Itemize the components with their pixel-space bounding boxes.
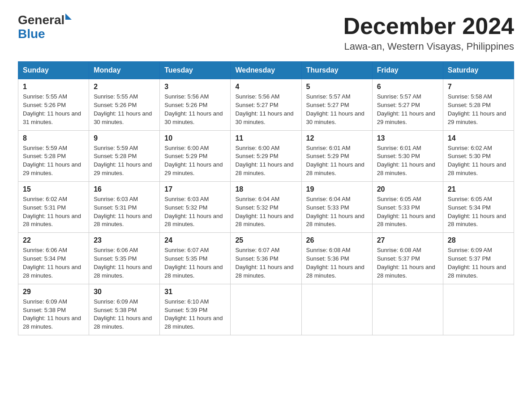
page-header: General Blue December 2024 Lawa-an, West… [18, 13, 514, 52]
day-info: Sunrise: 5:59 AMSunset: 5:28 PMDaylight:… [23, 144, 84, 178]
day-number: 14 [448, 134, 509, 142]
day-number: 2 [94, 83, 155, 91]
calendar-cell: 22Sunrise: 6:06 AMSunset: 5:34 PMDayligh… [18, 233, 89, 284]
day-number: 9 [94, 134, 155, 142]
logo-triangle-icon [65, 13, 72, 20]
calendar-cell: 1Sunrise: 5:55 AMSunset: 5:26 PMDaylight… [18, 79, 89, 130]
week-row-4: 22Sunrise: 6:06 AMSunset: 5:34 PMDayligh… [18, 233, 514, 284]
calendar-cell [372, 284, 443, 335]
column-header-tuesday: Tuesday [160, 62, 231, 79]
calendar-cell [443, 284, 514, 335]
day-number: 27 [377, 236, 438, 244]
calendar-cell: 2Sunrise: 5:55 AMSunset: 5:26 PMDaylight… [89, 79, 160, 130]
location-title: Lawa-an, Western Visayas, Philippines [343, 41, 514, 52]
column-header-wednesday: Wednesday [231, 62, 301, 79]
column-header-friday: Friday [372, 62, 443, 79]
calendar-cell: 30Sunrise: 6:09 AMSunset: 5:38 PMDayligh… [89, 284, 160, 335]
calendar-cell: 17Sunrise: 6:03 AMSunset: 5:32 PMDayligh… [160, 181, 231, 232]
day-number: 1 [23, 83, 84, 91]
week-row-3: 15Sunrise: 6:02 AMSunset: 5:31 PMDayligh… [18, 181, 514, 232]
day-number: 23 [94, 236, 155, 244]
day-number: 21 [448, 185, 509, 193]
column-header-sunday: Sunday [18, 62, 89, 79]
day-number: 31 [164, 288, 226, 296]
day-number: 29 [23, 288, 84, 296]
calendar-cell: 10Sunrise: 6:00 AMSunset: 5:29 PMDayligh… [160, 130, 231, 181]
day-number: 8 [23, 134, 84, 142]
day-number: 11 [235, 134, 296, 142]
day-info: Sunrise: 6:02 AMSunset: 5:31 PMDaylight:… [23, 195, 84, 229]
title-area: December 2024 Lawa-an, Western Visayas, … [343, 13, 514, 52]
column-header-saturday: Saturday [443, 62, 514, 79]
day-number: 12 [306, 134, 368, 142]
day-info: Sunrise: 5:57 AMSunset: 5:27 PMDaylight:… [377, 93, 438, 126]
day-number: 22 [23, 236, 84, 244]
day-number: 13 [377, 134, 438, 142]
day-info: Sunrise: 6:07 AMSunset: 5:36 PMDaylight:… [235, 246, 296, 280]
logo-general-text: General [18, 13, 64, 27]
calendar-cell: 19Sunrise: 6:04 AMSunset: 5:33 PMDayligh… [301, 181, 372, 232]
day-info: Sunrise: 6:05 AMSunset: 5:33 PMDaylight:… [377, 195, 438, 229]
day-number: 10 [164, 134, 226, 142]
column-header-monday: Monday [89, 62, 160, 79]
calendar-cell: 28Sunrise: 6:09 AMSunset: 5:37 PMDayligh… [443, 233, 514, 284]
day-info: Sunrise: 6:01 AMSunset: 5:30 PMDaylight:… [377, 144, 438, 178]
day-info: Sunrise: 6:06 AMSunset: 5:34 PMDaylight:… [23, 246, 84, 280]
day-info: Sunrise: 5:58 AMSunset: 5:28 PMDaylight:… [448, 93, 509, 126]
day-number: 18 [235, 185, 296, 193]
day-number: 15 [23, 185, 84, 193]
day-info: Sunrise: 6:03 AMSunset: 5:32 PMDaylight:… [164, 195, 226, 229]
day-info: Sunrise: 6:06 AMSunset: 5:35 PMDaylight:… [94, 246, 155, 280]
day-info: Sunrise: 5:56 AMSunset: 5:26 PMDaylight:… [164, 93, 226, 126]
calendar-cell: 29Sunrise: 6:09 AMSunset: 5:38 PMDayligh… [18, 284, 89, 335]
day-info: Sunrise: 6:02 AMSunset: 5:30 PMDaylight:… [448, 144, 509, 178]
day-number: 20 [377, 185, 438, 193]
calendar-cell: 8Sunrise: 5:59 AMSunset: 5:28 PMDaylight… [18, 130, 89, 181]
calendar-cell: 20Sunrise: 6:05 AMSunset: 5:33 PMDayligh… [372, 181, 443, 232]
day-info: Sunrise: 6:03 AMSunset: 5:31 PMDaylight:… [94, 195, 155, 229]
calendar-cell: 6Sunrise: 5:57 AMSunset: 5:27 PMDaylight… [372, 79, 443, 130]
day-info: Sunrise: 6:10 AMSunset: 5:39 PMDaylight:… [164, 298, 226, 331]
day-info: Sunrise: 6:04 AMSunset: 5:33 PMDaylight:… [306, 195, 368, 229]
calendar-cell: 12Sunrise: 6:01 AMSunset: 5:29 PMDayligh… [301, 130, 372, 181]
calendar-cell: 21Sunrise: 6:05 AMSunset: 5:34 PMDayligh… [443, 181, 514, 232]
day-number: 3 [164, 83, 226, 91]
day-info: Sunrise: 5:57 AMSunset: 5:27 PMDaylight:… [306, 93, 368, 126]
day-info: Sunrise: 6:09 AMSunset: 5:38 PMDaylight:… [94, 298, 155, 331]
day-number: 6 [377, 83, 438, 91]
day-info: Sunrise: 6:04 AMSunset: 5:32 PMDaylight:… [235, 195, 296, 229]
calendar-table: SundayMondayTuesdayWednesdayThursdayFrid… [18, 61, 514, 335]
day-number: 25 [235, 236, 296, 244]
day-info: Sunrise: 6:01 AMSunset: 5:29 PMDaylight:… [306, 144, 368, 178]
calendar-cell: 23Sunrise: 6:06 AMSunset: 5:35 PMDayligh… [89, 233, 160, 284]
calendar-cell: 25Sunrise: 6:07 AMSunset: 5:36 PMDayligh… [231, 233, 301, 284]
day-number: 17 [164, 185, 226, 193]
column-header-thursday: Thursday [301, 62, 372, 79]
day-info: Sunrise: 5:55 AMSunset: 5:26 PMDaylight:… [23, 93, 84, 126]
calendar-cell: 18Sunrise: 6:04 AMSunset: 5:32 PMDayligh… [231, 181, 301, 232]
day-info: Sunrise: 6:08 AMSunset: 5:37 PMDaylight:… [377, 246, 438, 280]
day-info: Sunrise: 5:59 AMSunset: 5:28 PMDaylight:… [94, 144, 155, 178]
calendar-cell: 4Sunrise: 5:56 AMSunset: 5:27 PMDaylight… [231, 79, 301, 130]
calendar-cell: 3Sunrise: 5:56 AMSunset: 5:26 PMDaylight… [160, 79, 231, 130]
calendar-cell: 26Sunrise: 6:08 AMSunset: 5:36 PMDayligh… [301, 233, 372, 284]
week-row-2: 8Sunrise: 5:59 AMSunset: 5:28 PMDaylight… [18, 130, 514, 181]
day-number: 24 [164, 236, 226, 244]
calendar-cell: 5Sunrise: 5:57 AMSunset: 5:27 PMDaylight… [301, 79, 372, 130]
calendar-cell: 9Sunrise: 5:59 AMSunset: 5:28 PMDaylight… [89, 130, 160, 181]
day-number: 5 [306, 83, 368, 91]
day-info: Sunrise: 6:09 AMSunset: 5:38 PMDaylight:… [23, 298, 84, 331]
day-number: 26 [306, 236, 368, 244]
logo-blue-text: Blue [18, 27, 45, 41]
calendar-cell: 11Sunrise: 6:00 AMSunset: 5:29 PMDayligh… [231, 130, 301, 181]
day-number: 16 [94, 185, 155, 193]
day-number: 7 [448, 83, 509, 91]
calendar-cell: 14Sunrise: 6:02 AMSunset: 5:30 PMDayligh… [443, 130, 514, 181]
calendar-cell: 7Sunrise: 5:58 AMSunset: 5:28 PMDaylight… [443, 79, 514, 130]
day-number: 30 [94, 288, 155, 296]
day-info: Sunrise: 6:08 AMSunset: 5:36 PMDaylight:… [306, 246, 368, 280]
day-info: Sunrise: 6:00 AMSunset: 5:29 PMDaylight:… [164, 144, 226, 178]
calendar-cell: 13Sunrise: 6:01 AMSunset: 5:30 PMDayligh… [372, 130, 443, 181]
calendar-cell: 16Sunrise: 6:03 AMSunset: 5:31 PMDayligh… [89, 181, 160, 232]
calendar-cell: 15Sunrise: 6:02 AMSunset: 5:31 PMDayligh… [18, 181, 89, 232]
